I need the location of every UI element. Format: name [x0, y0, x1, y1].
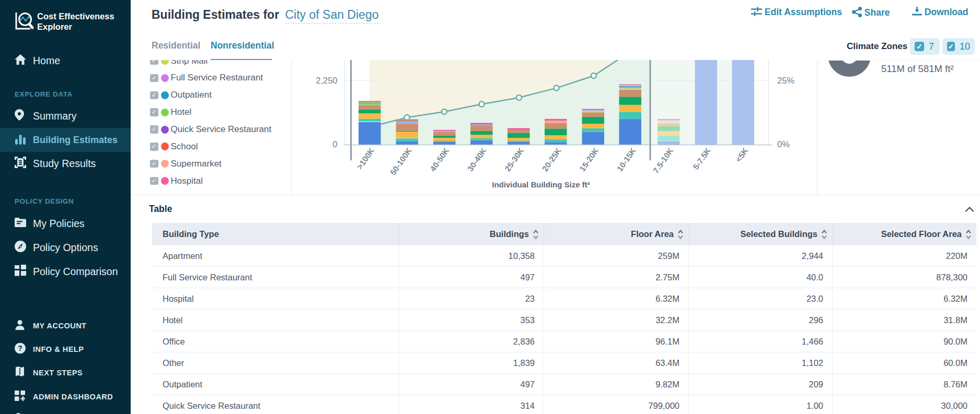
svg-text:40-50K: 40-50K: [428, 146, 451, 173]
svg-text:15-20K: 15-20K: [578, 146, 601, 173]
svg-text:Individual Building Size ft²: Individual Building Size ft²: [492, 180, 590, 189]
svg-text:20-25K: 20-25K: [540, 146, 563, 173]
svg-text:?: ?: [18, 344, 22, 352]
svg-text:25-30K: 25-30K: [503, 146, 526, 173]
svg-text:511M of 581M ft²: 511M of 581M ft²: [881, 63, 953, 74]
svg-text:>100K: >100K: [355, 146, 376, 171]
svg-text:0: 0: [332, 139, 337, 149]
svg-text:0%: 0%: [777, 139, 790, 149]
svg-text:5-7.5K: 5-7.5K: [691, 146, 712, 171]
svg-text:25%: 25%: [777, 76, 794, 85]
svg-text:<5K: <5K: [734, 146, 750, 163]
svg-text:30-40K: 30-40K: [466, 146, 489, 173]
svg-text:7.5-10K: 7.5-10K: [651, 146, 675, 175]
svg-text:50-100K: 50-100K: [388, 146, 413, 176]
svg-text:10-15K: 10-15K: [615, 146, 638, 173]
svg-text:2,250: 2,250: [316, 76, 337, 85]
